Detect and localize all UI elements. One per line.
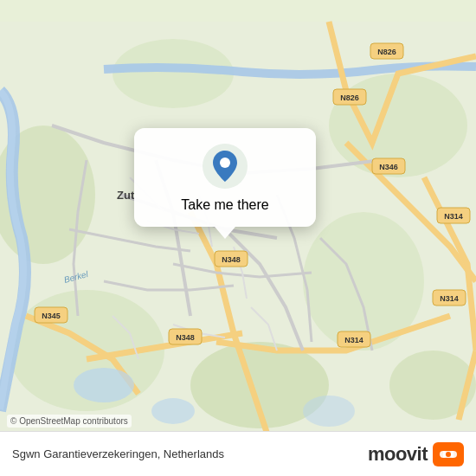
bottom-bar: Sgwn Garantieverzekeringen, Netherlands … [0,431,476,476]
svg-text:Zut: Zut [117,189,135,202]
location-tooltip[interactable]: Take me there [134,128,316,227]
svg-text:N348: N348 [222,255,241,264]
osm-attribution: © OpenStreetMap contributors [7,415,132,428]
svg-text:N314: N314 [344,336,363,344]
svg-point-31 [303,396,355,427]
svg-point-37 [446,452,451,457]
svg-text:N314: N314 [440,294,459,303]
svg-text:N314: N314 [444,212,463,221]
svg-text:N348: N348 [176,333,195,342]
take-me-there-label: Take me there [181,197,268,213]
attribution-text: © OpenStreetMap contributors [10,416,128,426]
svg-point-29 [74,368,134,402]
map-pin-icon [203,144,248,189]
map-container: N826 N826 N346 N314 N314 N314 N348 N348 … [0,0,476,476]
moovit-logo: moovit [368,442,464,466]
moovit-logo-icon [438,447,459,462]
moovit-brand-text: moovit [368,443,428,466]
moovit-icon [433,442,464,466]
map-background: N826 N826 N346 N314 N314 N314 N348 N348 … [0,0,476,476]
svg-point-33 [220,158,230,168]
svg-point-30 [151,398,195,424]
svg-text:N826: N826 [377,48,396,56]
location-label: Sgwn Garantieverzekeringen, Netherlands [12,447,224,460]
svg-text:N826: N826 [340,93,359,102]
svg-text:N345: N345 [42,312,61,320]
svg-text:N346: N346 [379,163,398,171]
